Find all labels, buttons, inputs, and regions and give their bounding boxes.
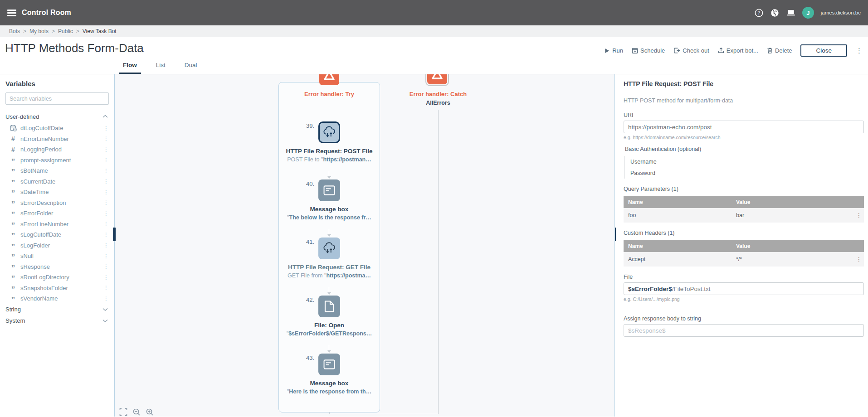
step-number: 40. (306, 180, 314, 187)
error-handler-catch-label[interactable]: Error handler: Catch (384, 91, 493, 97)
section-string[interactable]: String (5, 304, 114, 315)
flow-step-43[interactable]: 43. Message box "Here is the response fr… (278, 354, 380, 395)
avatar[interactable]: J (802, 7, 814, 19)
assign-response-label: Assign response body to string (624, 315, 863, 322)
error-handler-try-label[interactable]: Error handler: Try (275, 91, 384, 97)
schedule-button[interactable]: Schedule (632, 47, 665, 54)
tab-flow[interactable]: Flow (119, 59, 141, 74)
flow-step-39[interactable]: 39. HTTP File Request: POST File POST Fi… (278, 121, 380, 163)
variable-item[interactable]: ” sCurrentDate ⋮ (5, 176, 114, 187)
kebab-menu-icon[interactable]: ⋮ (103, 232, 109, 238)
top-bar: Control Room ? J james.dickson.bc (0, 0, 868, 25)
error-handler-try-icon[interactable] (319, 74, 339, 85)
flow-arrow (329, 171, 329, 178)
variable-item[interactable]: # nErrorLineNumber ⋮ (5, 134, 114, 145)
http-file-request-icon[interactable] (318, 121, 340, 143)
step-number: 42. (306, 296, 314, 303)
kebab-menu-icon[interactable]: ⋮ (103, 210, 109, 217)
fit-to-screen-icon[interactable] (119, 408, 127, 416)
search-variables-input[interactable] (5, 92, 109, 105)
tab-list[interactable]: List (152, 59, 170, 74)
panel-resize-handle[interactable] (614, 228, 616, 241)
variable-item[interactable]: dtLogCutoffDate ⋮ (5, 123, 114, 134)
kebab-menu-icon[interactable]: ⋮ (103, 146, 109, 153)
http-file-request-icon[interactable] (318, 238, 340, 259)
error-handler-catch[interactable] (425, 74, 449, 86)
flow-step-41[interactable]: 41. HTTP File Request: GET File GET File… (278, 238, 380, 279)
password-row[interactable]: Password (630, 167, 863, 179)
kebab-menu-icon[interactable]: ⋮ (103, 274, 109, 281)
kebab-menu-icon[interactable]: ⋮ (103, 263, 109, 270)
variable-item[interactable]: ” sErrorLineNumber ⋮ (5, 219, 114, 230)
section-user-defined[interactable]: User-defined (5, 111, 114, 122)
table-row[interactable]: Accept */* ⋮ (624, 252, 864, 267)
message-box-icon[interactable] (318, 354, 340, 375)
breadcrumb-item[interactable]: Bots (9, 28, 20, 34)
kebab-menu-icon[interactable]: ⋮ (103, 168, 109, 174)
export-bot-button[interactable]: Export bot... (718, 47, 758, 54)
variable-item[interactable]: ” sDateTime ⋮ (5, 187, 114, 198)
kebab-menu-icon[interactable]: ⋮ (103, 189, 109, 195)
kebab-menu-icon[interactable]: ⋮ (854, 212, 864, 218)
kebab-menu-icon[interactable]: ⋮ (103, 253, 109, 259)
string-type-icon: ” (9, 191, 17, 196)
breadcrumb-item[interactable]: Public (58, 28, 73, 34)
panel-resize-handle[interactable] (113, 228, 116, 241)
breadcrumb: Bots > My bots > Public > View Task Bot (0, 25, 868, 37)
more-options-icon[interactable]: ⋮ (856, 47, 863, 55)
variable-item[interactable]: ” sRootLogDirectory ⋮ (5, 272, 114, 283)
basic-auth-label: Basic Authentication (optional) (625, 146, 863, 152)
error-handler-catch-icon[interactable] (427, 74, 447, 84)
file-open-icon[interactable] (318, 296, 340, 317)
delete-button[interactable]: Delete (767, 47, 792, 54)
breadcrumb-item[interactable]: My bots (29, 28, 49, 34)
variable-item[interactable]: ” sErrorFolder ⋮ (5, 208, 114, 219)
flow-step-40[interactable]: 40. Message box "The below is the respon… (278, 179, 380, 221)
kebab-menu-icon[interactable]: ⋮ (103, 242, 109, 248)
flow-canvas[interactable]: Error handler: Try Error handler: Catch … (115, 74, 614, 417)
flow-arrow (329, 345, 329, 352)
zoom-out-icon[interactable] (132, 408, 141, 416)
kebab-menu-icon[interactable]: ⋮ (103, 125, 109, 131)
kebab-menu-icon[interactable]: ⋮ (103, 157, 109, 163)
kebab-menu-icon[interactable]: ⋮ (103, 178, 109, 184)
file-input[interactable]: $sErrorFolder$/FileToPost.txt (624, 282, 864, 295)
check-out-button[interactable]: Check out (673, 47, 709, 54)
tab-dual[interactable]: Dual (180, 59, 201, 74)
variable-item[interactable]: ” sErrorDescription ⋮ (5, 198, 114, 208)
string-type-icon: ” (9, 223, 17, 228)
action-description: HTTP POST method for multipart/form-data (624, 97, 863, 104)
help-icon[interactable]: ? (755, 8, 764, 17)
kebab-menu-icon[interactable]: ⋮ (103, 136, 109, 142)
kebab-menu-icon[interactable]: ⋮ (103, 296, 109, 302)
flow-step-42[interactable]: 42. File: Open "$sErrorFolder$/GETRespon… (278, 296, 380, 337)
uri-input[interactable] (624, 121, 864, 133)
variable-item[interactable]: ” sResponse ⋮ (5, 262, 114, 272)
variable-item[interactable]: ” sLogFolder ⋮ (5, 240, 114, 251)
kebab-menu-icon[interactable]: ⋮ (103, 285, 109, 291)
variable-item[interactable]: ” sSnapshotsFolder ⋮ (5, 283, 114, 294)
variable-item[interactable]: ” prompt-assignment ⋮ (5, 155, 114, 166)
table-row[interactable]: foo bar ⋮ (624, 208, 864, 223)
variable-item[interactable]: # nLoggingPeriod ⋮ (5, 144, 114, 155)
kebab-menu-icon[interactable]: ⋮ (854, 256, 864, 262)
hamburger-menu-icon[interactable] (7, 10, 16, 16)
run-button[interactable]: Run (604, 47, 623, 54)
string-type-icon: ” (9, 245, 17, 249)
assign-response-input[interactable] (624, 324, 864, 337)
variable-item[interactable]: ” sBotName ⋮ (5, 165, 114, 176)
variable-item[interactable]: ” sNull ⋮ (5, 251, 114, 262)
username-row[interactable]: Username (630, 156, 863, 167)
variable-item[interactable]: ” sVendorName ⋮ (5, 293, 114, 304)
globe-icon[interactable] (770, 8, 780, 17)
variable-item[interactable]: ” sLogCutoffDate ⋮ (5, 229, 114, 240)
device-icon[interactable] (786, 8, 795, 17)
query-params-table: Name Value foo bar ⋮ (624, 196, 864, 223)
kebab-menu-icon[interactable]: ⋮ (103, 199, 109, 206)
message-box-icon[interactable] (318, 179, 340, 201)
section-system[interactable]: System (5, 315, 114, 326)
close-button[interactable]: Close (800, 44, 847, 57)
username[interactable]: james.dickson.bc (821, 10, 861, 15)
kebab-menu-icon[interactable]: ⋮ (103, 221, 109, 227)
zoom-in-icon[interactable] (146, 408, 154, 416)
